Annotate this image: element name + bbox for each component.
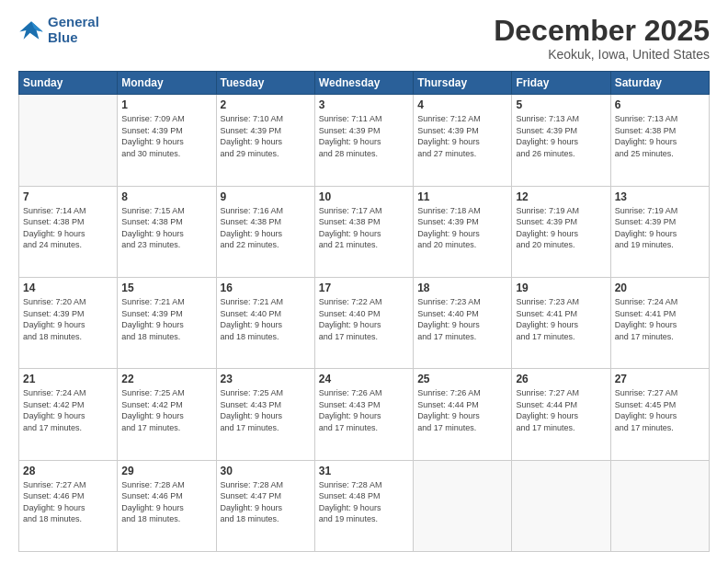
day-number: 6 <box>615 98 705 111</box>
day-number: 4 <box>417 98 507 111</box>
day-number: 20 <box>615 282 705 294</box>
calendar-day-cell: 31Sunrise: 7:28 AM Sunset: 4:48 PM Dayli… <box>314 460 413 551</box>
day-header-tuesday: Tuesday <box>216 72 314 95</box>
calendar-day-cell <box>19 95 118 186</box>
day-number: 9 <box>221 190 311 203</box>
day-info: Sunrise: 7:15 AM Sunset: 4:38 PM Dayligh… <box>121 205 211 251</box>
calendar-day-cell: 23Sunrise: 7:25 AM Sunset: 4:43 PM Dayli… <box>216 369 314 460</box>
calendar-table: SundayMondayTuesdayWednesdayThursdayFrid… <box>18 71 710 552</box>
day-info: Sunrise: 7:27 AM Sunset: 4:45 PM Dayligh… <box>615 387 705 433</box>
day-number: 7 <box>23 190 113 203</box>
day-header-friday: Friday <box>512 72 610 95</box>
day-info: Sunrise: 7:25 AM Sunset: 4:43 PM Dayligh… <box>221 387 311 433</box>
day-header-thursday: Thursday <box>414 72 512 95</box>
calendar-day-cell: 8Sunrise: 7:15 AM Sunset: 4:38 PM Daylig… <box>118 186 216 277</box>
calendar-day-cell: 25Sunrise: 7:26 AM Sunset: 4:44 PM Dayli… <box>414 369 512 460</box>
day-header-wednesday: Wednesday <box>314 72 413 95</box>
calendar-week-row: 28Sunrise: 7:27 AM Sunset: 4:46 PM Dayli… <box>19 460 710 551</box>
calendar-day-cell: 2Sunrise: 7:10 AM Sunset: 4:39 PM Daylig… <box>216 95 314 186</box>
day-number: 26 <box>516 373 606 385</box>
calendar-day-cell: 14Sunrise: 7:20 AM Sunset: 4:39 PM Dayli… <box>19 277 118 368</box>
calendar-week-row: 1Sunrise: 7:09 AM Sunset: 4:39 PM Daylig… <box>19 95 710 186</box>
calendar-day-cell: 24Sunrise: 7:26 AM Sunset: 4:43 PM Dayli… <box>314 369 413 460</box>
day-info: Sunrise: 7:16 AM Sunset: 4:38 PM Dayligh… <box>221 205 311 251</box>
day-info: Sunrise: 7:11 AM Sunset: 4:39 PM Dayligh… <box>319 113 409 159</box>
day-number: 16 <box>221 282 311 294</box>
day-number: 28 <box>23 465 113 477</box>
day-number: 15 <box>121 282 211 294</box>
day-number: 5 <box>516 98 606 111</box>
day-number: 13 <box>615 190 705 203</box>
day-info: Sunrise: 7:24 AM Sunset: 4:41 PM Dayligh… <box>615 296 705 342</box>
calendar-day-cell: 4Sunrise: 7:12 AM Sunset: 4:39 PM Daylig… <box>414 95 512 186</box>
day-header-saturday: Saturday <box>610 72 709 95</box>
day-info: Sunrise: 7:28 AM Sunset: 4:48 PM Dayligh… <box>319 479 409 525</box>
calendar-day-cell: 29Sunrise: 7:28 AM Sunset: 4:46 PM Dayli… <box>118 460 216 551</box>
day-info: Sunrise: 7:24 AM Sunset: 4:42 PM Dayligh… <box>23 387 113 433</box>
calendar-day-cell: 18Sunrise: 7:23 AM Sunset: 4:40 PM Dayli… <box>414 277 512 368</box>
calendar-week-row: 21Sunrise: 7:24 AM Sunset: 4:42 PM Dayli… <box>19 369 710 460</box>
calendar-day-cell: 13Sunrise: 7:19 AM Sunset: 4:39 PM Dayli… <box>610 186 709 277</box>
day-number: 2 <box>221 98 311 111</box>
logo-icon <box>18 17 44 43</box>
day-number: 30 <box>221 465 311 477</box>
day-number: 21 <box>23 373 113 385</box>
day-info: Sunrise: 7:09 AM Sunset: 4:39 PM Dayligh… <box>121 113 211 159</box>
calendar-day-cell <box>610 460 709 551</box>
day-info: Sunrise: 7:19 AM Sunset: 4:39 PM Dayligh… <box>516 205 606 251</box>
day-info: Sunrise: 7:21 AM Sunset: 4:39 PM Dayligh… <box>121 296 211 342</box>
day-number: 12 <box>516 190 606 203</box>
calendar-day-cell: 15Sunrise: 7:21 AM Sunset: 4:39 PM Dayli… <box>118 277 216 368</box>
day-info: Sunrise: 7:14 AM Sunset: 4:38 PM Dayligh… <box>23 205 113 251</box>
day-number: 1 <box>121 98 211 111</box>
day-number: 18 <box>417 282 507 294</box>
calendar-day-cell: 10Sunrise: 7:17 AM Sunset: 4:38 PM Dayli… <box>314 186 413 277</box>
calendar-day-cell: 20Sunrise: 7:24 AM Sunset: 4:41 PM Dayli… <box>610 277 709 368</box>
day-info: Sunrise: 7:26 AM Sunset: 4:44 PM Dayligh… <box>417 387 507 433</box>
day-number: 11 <box>417 190 507 203</box>
day-info: Sunrise: 7:13 AM Sunset: 4:39 PM Dayligh… <box>516 113 606 159</box>
calendar-day-cell <box>414 460 512 551</box>
calendar-day-cell: 17Sunrise: 7:22 AM Sunset: 4:40 PM Dayli… <box>314 277 413 368</box>
day-number: 27 <box>615 373 705 385</box>
day-info: Sunrise: 7:28 AM Sunset: 4:46 PM Dayligh… <box>121 479 211 525</box>
logo-text: General Blue <box>48 15 99 45</box>
day-info: Sunrise: 7:22 AM Sunset: 4:40 PM Dayligh… <box>319 296 409 342</box>
calendar-day-cell: 7Sunrise: 7:14 AM Sunset: 4:38 PM Daylig… <box>19 186 118 277</box>
calendar-day-cell: 30Sunrise: 7:28 AM Sunset: 4:47 PM Dayli… <box>216 460 314 551</box>
day-info: Sunrise: 7:27 AM Sunset: 4:46 PM Dayligh… <box>23 479 113 525</box>
page: General Blue December 2025 Keokuk, Iowa,… <box>0 0 728 563</box>
day-number: 29 <box>121 465 211 477</box>
month-title: December 2025 <box>494 15 710 47</box>
calendar-week-row: 7Sunrise: 7:14 AM Sunset: 4:38 PM Daylig… <box>19 186 710 277</box>
logo: General Blue <box>18 15 99 45</box>
day-number: 22 <box>121 373 211 385</box>
day-header-sunday: Sunday <box>19 72 118 95</box>
calendar-day-cell: 22Sunrise: 7:25 AM Sunset: 4:42 PM Dayli… <box>118 369 216 460</box>
day-info: Sunrise: 7:18 AM Sunset: 4:39 PM Dayligh… <box>417 205 507 251</box>
calendar-day-cell: 12Sunrise: 7:19 AM Sunset: 4:39 PM Dayli… <box>512 186 610 277</box>
calendar-day-cell: 19Sunrise: 7:23 AM Sunset: 4:41 PM Dayli… <box>512 277 610 368</box>
header: General Blue December 2025 Keokuk, Iowa,… <box>18 15 710 62</box>
day-number: 14 <box>23 282 113 294</box>
day-number: 8 <box>121 190 211 203</box>
day-info: Sunrise: 7:26 AM Sunset: 4:43 PM Dayligh… <box>319 387 409 433</box>
day-info: Sunrise: 7:13 AM Sunset: 4:38 PM Dayligh… <box>615 113 705 159</box>
day-number: 24 <box>319 373 409 385</box>
day-number: 25 <box>417 373 507 385</box>
day-number: 31 <box>319 465 409 477</box>
day-info: Sunrise: 7:28 AM Sunset: 4:47 PM Dayligh… <box>221 479 311 525</box>
day-info: Sunrise: 7:25 AM Sunset: 4:42 PM Dayligh… <box>121 387 211 433</box>
calendar-day-cell: 27Sunrise: 7:27 AM Sunset: 4:45 PM Dayli… <box>610 369 709 460</box>
calendar-day-cell: 11Sunrise: 7:18 AM Sunset: 4:39 PM Dayli… <box>414 186 512 277</box>
day-info: Sunrise: 7:23 AM Sunset: 4:40 PM Dayligh… <box>417 296 507 342</box>
day-info: Sunrise: 7:23 AM Sunset: 4:41 PM Dayligh… <box>516 296 606 342</box>
day-number: 10 <box>319 190 409 203</box>
day-info: Sunrise: 7:19 AM Sunset: 4:39 PM Dayligh… <box>615 205 705 251</box>
calendar-day-cell: 3Sunrise: 7:11 AM Sunset: 4:39 PM Daylig… <box>314 95 413 186</box>
calendar-day-cell: 9Sunrise: 7:16 AM Sunset: 4:38 PM Daylig… <box>216 186 314 277</box>
calendar-day-cell <box>512 460 610 551</box>
calendar-day-cell: 6Sunrise: 7:13 AM Sunset: 4:38 PM Daylig… <box>610 95 709 186</box>
day-number: 17 <box>319 282 409 294</box>
calendar-day-cell: 21Sunrise: 7:24 AM Sunset: 4:42 PM Dayli… <box>19 369 118 460</box>
